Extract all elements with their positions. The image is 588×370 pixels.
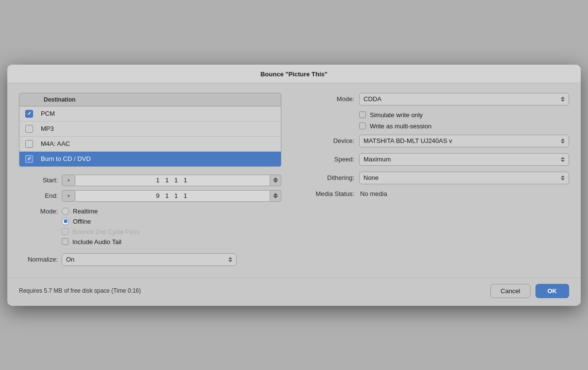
right-device-row: Device: MATSHITA BD-MLT UJ240AS v — [301, 135, 569, 147]
right-device-up-icon — [561, 139, 565, 141]
right-speed-down-icon — [561, 160, 565, 162]
offline-label: Offline — [73, 218, 91, 225]
audio-tail-row: Include Audio Tail — [62, 238, 281, 246]
offline-radio[interactable] — [62, 218, 69, 225]
simulate-row: Simulate write only — [359, 111, 569, 119]
bounce-dialog: Bounce "Picture This" Destination PCM MP… — [7, 65, 581, 306]
window-title: Bounce "Picture This" — [260, 70, 328, 78]
start-dropdown-btn[interactable]: ▾ — [62, 175, 75, 186]
normalize-value: On — [66, 256, 74, 263]
pcm-checkbox[interactable] — [25, 110, 33, 118]
mode-section: Mode: Realtime Offline — [19, 208, 281, 225]
normalize-row: Normalize: On — [19, 253, 281, 266]
ok-button[interactable]: OK — [536, 284, 570, 298]
title-bar: Bounce "Picture This" — [7, 65, 581, 83]
right-speed-up-icon — [561, 157, 565, 159]
right-speed-value: Maximum — [363, 156, 391, 163]
pcm-label: PCM — [41, 110, 55, 117]
end-row: End: ▾ 9 1 1 1 — [19, 190, 281, 202]
right-mode-value: CDDA — [363, 95, 381, 103]
media-status-row: Media Status: No media — [301, 190, 569, 197]
simulate-label: Simulate write only — [370, 111, 423, 119]
end-label: End: — [19, 192, 58, 199]
dest-row-m4a[interactable]: M4A: AAC — [19, 137, 281, 152]
right-dithering-up-icon — [561, 176, 565, 177]
bounce2nd-label: Bounce 2nd Cycle Pass — [72, 228, 139, 235]
cancel-button[interactable]: Cancel — [490, 284, 530, 298]
footer-buttons: Cancel OK — [490, 284, 569, 298]
audio-tail-label: Include Audio Tail — [72, 238, 121, 246]
mode-offline-row: Offline — [19, 218, 281, 225]
right-speed-label: Speed: — [301, 156, 354, 163]
right-dithering-row: Dithering: None — [301, 172, 569, 184]
multisession-checkbox[interactable] — [359, 123, 366, 129]
media-status-label: Media Status: — [301, 190, 354, 197]
realtime-label: Realtime — [73, 208, 98, 215]
normalize-down-icon — [228, 260, 232, 262]
dest-row-mp3[interactable]: MP3 — [19, 122, 281, 137]
right-mode-row: Mode: CDDA — [301, 93, 569, 106]
right-dithering-dropdown[interactable]: None — [359, 172, 569, 184]
right-panel: Mode: CDDA Simulate write only Write as … — [301, 93, 569, 266]
mp3-label: MP3 — [41, 125, 54, 132]
start-dropdown-icon: ▾ — [68, 178, 70, 183]
simulate-checkbox[interactable] — [359, 111, 366, 118]
bounce2nd-checkbox[interactable] — [62, 228, 69, 235]
right-device-stepper-icon — [561, 139, 565, 143]
bounce2nd-row: Bounce 2nd Cycle Pass — [62, 228, 281, 235]
right-dithering-value: None — [363, 174, 379, 181]
right-speed-row: Speed: Maximum — [301, 153, 569, 166]
media-status-value: No media — [360, 190, 387, 197]
normalize-up-icon — [228, 257, 232, 259]
normalize-label: Normalize: — [19, 256, 58, 263]
dest-row-cd[interactable]: Burn to CD / DVD — [19, 152, 281, 166]
right-mode-label: Mode: — [301, 95, 354, 103]
end-stepper[interactable] — [270, 190, 281, 202]
multisession-label: Write as multi-session — [370, 123, 432, 130]
right-device-value: MATSHITA BD-MLT UJ240AS v — [363, 137, 452, 144]
mode-realtime-row: Mode: Realtime — [19, 208, 281, 215]
audio-tail-checkbox[interactable] — [62, 238, 69, 245]
right-mode-down-icon — [561, 100, 565, 102]
right-mode-up-icon — [561, 97, 565, 99]
m4a-checkbox[interactable] — [25, 140, 33, 148]
mode-section-label: Mode: — [19, 208, 58, 215]
mp3-checkbox[interactable] — [25, 125, 33, 133]
start-row: Start: ▾ 1 1 1 1 — [19, 175, 281, 186]
start-value[interactable]: 1 1 1 1 — [75, 175, 270, 186]
m4a-label: M4A: AAC — [41, 140, 70, 147]
multisession-row: Write as multi-session — [359, 123, 569, 130]
end-value[interactable]: 9 1 1 1 — [75, 190, 270, 202]
right-mode-stepper-icon — [561, 97, 565, 102]
dialog-body: Destination PCM MP3 M4A: AAC Burn to CD … — [7, 83, 581, 274]
end-dropdown-icon: ▾ — [68, 194, 70, 198]
right-dithering-label: Dithering: — [301, 174, 354, 181]
realtime-radio[interactable] — [62, 208, 69, 215]
end-stepper-down-icon[interactable] — [273, 196, 278, 198]
right-device-down-icon — [561, 141, 565, 143]
dest-row-pcm[interactable]: PCM — [19, 106, 281, 122]
right-dithering-down-icon — [561, 178, 565, 180]
right-speed-stepper-icon — [561, 157, 565, 162]
cd-label: Burn to CD / DVD — [41, 155, 91, 162]
footer-info: Requires 5.7 MB of free disk space (Time… — [19, 287, 141, 294]
destination-table: Destination PCM MP3 M4A: AAC Burn to CD … — [19, 93, 281, 167]
right-dithering-stepper-icon — [561, 176, 565, 180]
start-stepper-up-icon[interactable] — [273, 177, 278, 180]
right-device-label: Device: — [301, 137, 354, 144]
end-stepper-up-icon[interactable] — [273, 193, 278, 195]
normalize-stepper-icon — [228, 257, 232, 262]
right-speed-dropdown[interactable]: Maximum — [359, 153, 569, 166]
start-label: Start: — [19, 176, 58, 184]
cd-checkbox[interactable] — [25, 155, 33, 163]
start-stepper-down-icon[interactable] — [273, 180, 278, 183]
right-device-dropdown[interactable]: MATSHITA BD-MLT UJ240AS v — [359, 135, 569, 147]
destination-header: Destination — [19, 93, 281, 106]
dialog-footer: Requires 5.7 MB of free disk space (Time… — [7, 278, 581, 306]
right-mode-dropdown[interactable]: CDDA — [359, 93, 569, 106]
end-dropdown-btn[interactable]: ▾ — [62, 190, 75, 202]
left-panel: Destination PCM MP3 M4A: AAC Burn to CD … — [19, 93, 281, 266]
start-stepper[interactable] — [270, 175, 281, 186]
normalize-dropdown[interactable]: On — [62, 253, 237, 266]
